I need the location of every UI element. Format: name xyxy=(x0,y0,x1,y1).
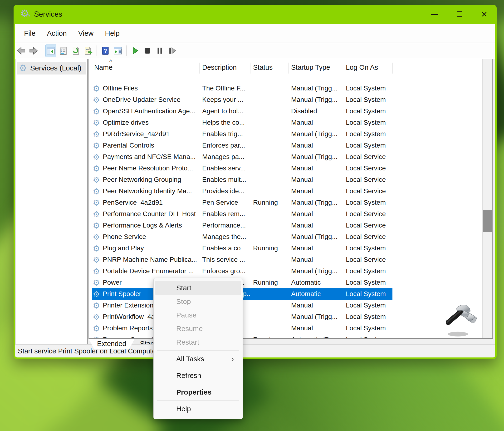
service-row[interactable]: ⚙Payments and NFC/SE Mana...Manages pa..… xyxy=(92,151,392,163)
context-menu-item-properties[interactable]: Properties xyxy=(155,385,241,399)
service-status xyxy=(253,174,288,185)
service-name: Offline Files xyxy=(103,83,199,94)
service-status xyxy=(253,185,288,197)
service-description: Enables a co... xyxy=(202,242,250,254)
service-row[interactable]: ⚙PNRP Machine Name Publica...This servic… xyxy=(92,254,392,265)
service-name: OneDrive Updater Service xyxy=(103,94,199,105)
context-menu-item-help[interactable]: Help xyxy=(155,402,241,415)
titlebar[interactable]: ⚙ ⚙ Services × xyxy=(14,5,497,24)
service-status: Running xyxy=(253,242,288,254)
service-row[interactable]: ⚙Optimize drivesHelps the co...ManualLoc… xyxy=(92,117,392,128)
service-row[interactable]: ⚙Plug and PlayEnables a co...RunningManu… xyxy=(92,242,392,254)
service-log-on-as: Local System xyxy=(346,117,391,128)
status-text: Start service Print Spooler on Local Com… xyxy=(18,347,158,355)
menu-action[interactable]: Action xyxy=(41,29,72,37)
column-header-log-on-as[interactable]: Log On As xyxy=(346,64,378,71)
service-description: Enables serv... xyxy=(202,163,250,174)
service-status xyxy=(253,220,288,231)
context-menu-item-all-tasks[interactable]: All Tasks› xyxy=(155,352,241,366)
column-divider[interactable] xyxy=(392,63,393,73)
service-row[interactable]: ⚙P9RdrService_4a2d91Enables trig...Manua… xyxy=(92,128,392,140)
export-list-button[interactable] xyxy=(82,45,93,57)
service-status xyxy=(253,208,288,220)
menu-view[interactable]: View xyxy=(72,29,99,37)
console-tree-pane: ⚙ Services (Local) xyxy=(15,59,88,349)
service-startup-type: Manual xyxy=(291,140,342,151)
service-row[interactable]: ⚙Parental ControlsEnforces par...ManualL… xyxy=(92,140,392,151)
service-row[interactable]: ⚙OneDrive Updater ServiceKeeps your ...M… xyxy=(92,94,392,105)
close-icon: × xyxy=(481,9,487,19)
pause-service-button[interactable] xyxy=(154,45,165,57)
tab-extended[interactable]: Extended xyxy=(89,339,135,349)
forward-button[interactable] xyxy=(28,45,39,57)
service-name: Performance Logs & Alerts xyxy=(103,220,199,231)
context-menu: StartStopPauseResumeRestartAll Tasks›Ref… xyxy=(153,278,243,419)
minimize-button[interactable] xyxy=(423,5,447,24)
column-divider[interactable] xyxy=(288,63,288,73)
menu-help[interactable]: Help xyxy=(99,29,125,37)
hammer-cursor-icon xyxy=(446,303,479,339)
column-header-startup-type[interactable]: Startup Type xyxy=(291,64,330,71)
service-row[interactable]: ⚙Phone ServiceManages the...Manual (Trig… xyxy=(92,231,392,242)
service-gear-icon: ⚙ xyxy=(93,185,100,197)
submenu-chevron-icon: › xyxy=(231,352,234,366)
service-startup-type: Manual (Trigg... xyxy=(291,265,342,277)
column-header-description[interactable]: Description xyxy=(202,64,237,71)
service-row[interactable]: ⚙PenService_4a2d91Pen ServiceRunningManu… xyxy=(92,197,392,208)
properties-button[interactable] xyxy=(58,45,69,57)
service-status xyxy=(253,94,288,105)
show-hide-action-pane-button[interactable] xyxy=(112,45,123,57)
start-service-button[interactable] xyxy=(130,45,141,57)
service-startup-type: Manual xyxy=(291,117,342,128)
list-header: ^ Name Description Status Startup Type L… xyxy=(89,59,492,76)
column-header-name[interactable]: Name xyxy=(94,64,113,71)
context-menu-item-start[interactable]: Start xyxy=(155,281,241,295)
service-row[interactable]: ⚙Peer Name Resolution Proto...Enables se… xyxy=(92,163,392,174)
service-name: PenService_4a2d91 xyxy=(103,197,199,208)
service-gear-icon: ⚙ xyxy=(93,128,100,140)
maximize-button[interactable] xyxy=(447,5,472,24)
service-row[interactable]: ⚙Performance Counter DLL HostEnables rem… xyxy=(92,208,392,220)
window-title: Services xyxy=(34,10,62,18)
service-log-on-as: Local Service xyxy=(346,185,391,197)
service-row[interactable]: ⚙Offline FilesThe Offline F...Manual (Tr… xyxy=(92,83,392,94)
column-divider[interactable] xyxy=(199,63,199,73)
context-menu-item-refresh[interactable]: Refresh xyxy=(155,369,241,382)
help-button[interactable]: ? xyxy=(100,45,111,57)
menu-file[interactable]: File xyxy=(18,29,41,37)
scrollbar-thumb[interactable] xyxy=(483,210,492,232)
tree-item-services-local[interactable]: ⚙ Services (Local) xyxy=(17,62,86,74)
back-button[interactable] xyxy=(16,45,27,57)
service-row[interactable]: ⚙Performance Logs & AlertsPerformance...… xyxy=(92,220,392,231)
column-header-status[interactable]: Status xyxy=(253,64,273,71)
service-row[interactable]: ⚙OpenSSH Authentication Age...Agent to h… xyxy=(92,105,392,117)
show-hide-console-tree-button[interactable] xyxy=(45,45,56,57)
vertical-scrollbar[interactable] xyxy=(482,59,492,338)
service-gear-icon: ⚙ xyxy=(93,94,100,105)
service-startup-type: Automatic (De... xyxy=(291,334,342,339)
service-startup-type: Manual (Trigg... xyxy=(291,231,342,242)
service-row[interactable]: ⚙Portable Device Enumerator ...Enforces … xyxy=(92,265,392,277)
refresh-button[interactable] xyxy=(70,45,81,57)
service-gear-icon: ⚙ xyxy=(93,254,100,265)
service-log-on-as: Local Service xyxy=(346,254,391,265)
service-status: Running xyxy=(253,334,288,339)
column-divider[interactable] xyxy=(343,63,343,73)
service-name: Peer Networking Identity Ma... xyxy=(103,185,199,197)
restart-service-button[interactable] xyxy=(167,45,178,57)
service-startup-type: Disabled xyxy=(291,105,342,117)
service-gear-icon: ⚙ xyxy=(93,242,100,254)
service-status xyxy=(253,163,288,174)
service-gear-icon: ⚙ xyxy=(93,265,100,277)
close-button[interactable]: × xyxy=(472,5,497,24)
service-gear-icon: ⚙ xyxy=(93,83,100,94)
service-row[interactable]: ⚙Peer Networking GroupingEnables mult...… xyxy=(92,174,392,185)
service-log-on-as: Local Service xyxy=(346,208,391,220)
service-startup-type: Manual xyxy=(291,300,342,311)
stop-service-button[interactable] xyxy=(142,45,153,57)
service-name: P9RdrService_4a2d91 xyxy=(103,128,199,140)
status-separator xyxy=(441,347,441,356)
service-gear-icon: ⚙ xyxy=(93,151,100,163)
service-row[interactable]: ⚙Peer Networking Identity Ma...Provides … xyxy=(92,185,392,197)
column-divider[interactable] xyxy=(250,63,251,73)
